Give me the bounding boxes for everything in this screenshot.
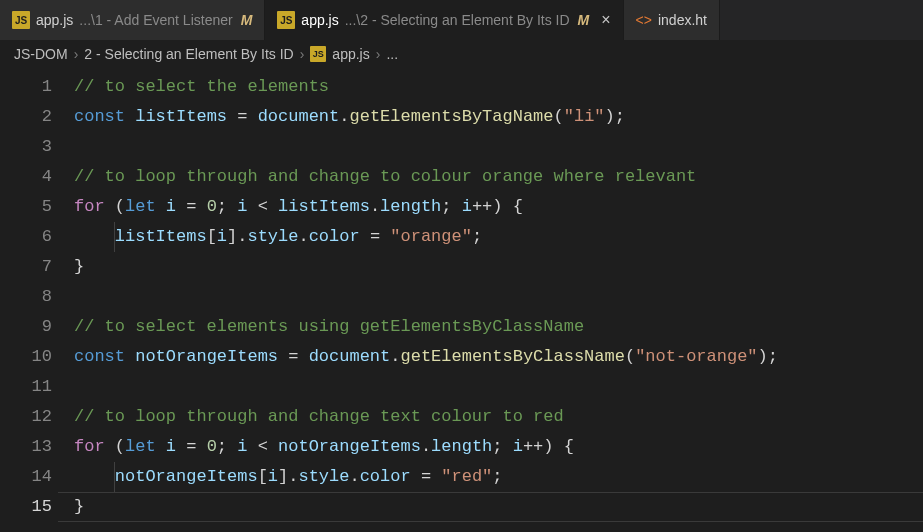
code-line[interactable]: listItems[i].style.color = "orange"; [74, 222, 923, 252]
token: ); [758, 347, 778, 366]
line-number: 11 [0, 372, 52, 402]
token: . [298, 227, 308, 246]
code-line[interactable]: // to select elements using getElementsB… [74, 312, 923, 342]
token: i [513, 437, 523, 456]
code-line[interactable]: notOrangeItems[i].style.color = "red"; [74, 462, 923, 492]
token: "red" [441, 467, 492, 486]
code-line[interactable]: const notOrangeItems = document.getEleme… [74, 342, 923, 372]
breadcrumb-segment[interactable]: JS-DOM [14, 46, 68, 62]
line-number: 12 [0, 402, 52, 432]
token: ]. [278, 467, 298, 486]
code-line[interactable]: // to select the elements [74, 72, 923, 102]
token: . [339, 107, 349, 126]
line-number: 5 [0, 192, 52, 222]
token: document [309, 347, 391, 366]
line-number-gutter: 123456789101112131415 [0, 72, 74, 522]
code-line[interactable]: } [74, 252, 923, 282]
token: ) { [492, 197, 523, 216]
line-number: 2 [0, 102, 52, 132]
tab-index-html[interactable]: <> index.ht [624, 0, 720, 40]
token: = [176, 197, 207, 216]
code-editor[interactable]: 123456789101112131415 // to select the e… [0, 68, 923, 522]
token: notOrangeItems [135, 347, 278, 366]
tab-app-js-1[interactable]: JS app.js ...\1 - Add Event Listener M [0, 0, 265, 40]
token: [ [207, 227, 217, 246]
token: style [298, 467, 349, 486]
token: = [227, 107, 258, 126]
code-area[interactable]: // to select the elementsconst listItems… [74, 72, 923, 522]
token: // to select the elements [74, 77, 329, 96]
token: // to select elements using getElementsB… [74, 317, 584, 336]
line-number: 8 [0, 282, 52, 312]
token: ; [492, 437, 512, 456]
token: i [237, 437, 247, 456]
code-line[interactable] [74, 282, 923, 312]
token: ; [217, 437, 237, 456]
code-line[interactable]: for (let i = 0; i < notOrangeItems.lengt… [74, 432, 923, 462]
token: listItems [278, 197, 370, 216]
line-number: 13 [0, 432, 52, 462]
code-line[interactable]: const listItems = document.getElementsBy… [74, 102, 923, 132]
token: [ [258, 467, 268, 486]
code-line[interactable] [74, 132, 923, 162]
modified-indicator: M [241, 12, 253, 28]
tab-bar: JS app.js ...\1 - Add Event Listener M J… [0, 0, 923, 40]
token: color [360, 467, 411, 486]
token: let [125, 197, 166, 216]
line-number: 15 [0, 492, 52, 522]
token: = [411, 467, 442, 486]
token: < [247, 197, 278, 216]
token: for [74, 437, 105, 456]
js-icon: JS [277, 11, 295, 29]
tab-pathfrag: ...\1 - Add Event Listener [79, 12, 232, 28]
code-line[interactable]: // to loop through and change text colou… [74, 402, 923, 432]
js-icon: JS [310, 46, 326, 62]
token: getElementsByClassName [400, 347, 624, 366]
breadcrumb-file[interactable]: app.js [332, 46, 369, 62]
token: . [390, 347, 400, 366]
tab-pathfrag: ...\2 - Selecting an Element By Its ID [345, 12, 570, 28]
code-line[interactable]: // to loop through and change to colour … [74, 162, 923, 192]
token: length [380, 197, 441, 216]
code-line[interactable] [74, 372, 923, 402]
token: i [217, 227, 227, 246]
token: ( [105, 437, 125, 456]
token: ; [217, 197, 237, 216]
token: const [74, 107, 135, 126]
token: // to loop through and change to colour … [74, 167, 696, 186]
js-icon: JS [12, 11, 30, 29]
token: i [237, 197, 247, 216]
tab-filename: app.js [36, 12, 73, 28]
line-number: 10 [0, 342, 52, 372]
token: length [431, 437, 492, 456]
line-number: 9 [0, 312, 52, 342]
token: 0 [207, 437, 217, 456]
line-number: 1 [0, 72, 52, 102]
breadcrumb[interactable]: JS-DOM › 2 - Selecting an Element By Its… [0, 40, 923, 68]
token: 0 [207, 197, 217, 216]
token: listItems [135, 107, 227, 126]
token: = [176, 437, 207, 456]
token: = [360, 227, 391, 246]
close-icon[interactable]: × [601, 12, 610, 28]
tab-app-js-2[interactable]: JS app.js ...\2 - Selecting an Element B… [265, 0, 623, 40]
breadcrumb-segment[interactable]: 2 - Selecting an Element By Its ID [84, 46, 293, 62]
token: let [125, 437, 166, 456]
token: ; [492, 467, 502, 486]
token: ( [625, 347, 635, 366]
line-number: 4 [0, 162, 52, 192]
token: getElementsByTagName [349, 107, 553, 126]
breadcrumb-trailing[interactable]: ... [386, 46, 398, 62]
line-number: 6 [0, 222, 52, 252]
tab-filename: app.js [301, 12, 338, 28]
token: style [247, 227, 298, 246]
token: // to loop through and change text colou… [74, 407, 564, 426]
line-number: 14 [0, 462, 52, 492]
token: ++ [472, 197, 492, 216]
chevron-right-icon: › [74, 46, 79, 62]
token: } [74, 497, 84, 516]
token: ( [554, 107, 564, 126]
code-line[interactable]: for (let i = 0; i < listItems.length; i+… [74, 192, 923, 222]
code-line[interactable]: } [74, 492, 923, 522]
token: "orange" [390, 227, 472, 246]
